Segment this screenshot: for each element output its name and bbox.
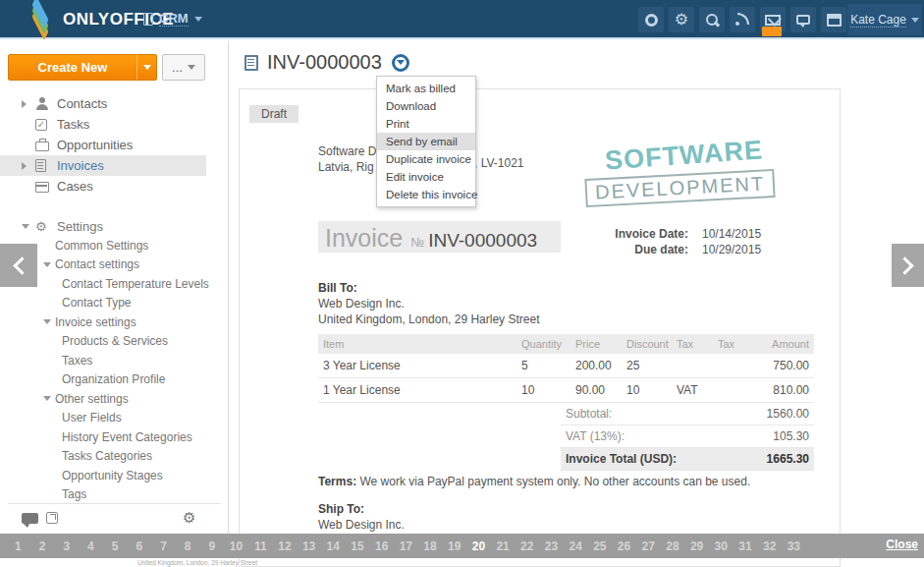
menu-item-send-by-email[interactable]: Send by email: [377, 133, 475, 150]
page-number-13[interactable]: 13: [297, 539, 321, 553]
sidebar-item-settings[interactable]: ⚙ Settings: [0, 217, 229, 235]
page-number-4[interactable]: 4: [79, 539, 103, 553]
settings-item-label: Products & Services: [62, 334, 168, 348]
page-number-19[interactable]: 19: [442, 539, 466, 553]
expand-icon[interactable]: [46, 512, 58, 524]
page-number-23[interactable]: 23: [539, 539, 564, 553]
settings-item-invoice-settings[interactable]: Invoice settings: [0, 312, 229, 332]
close-link[interactable]: Close: [886, 538, 918, 551]
settings-item-taxes[interactable]: Taxes: [0, 351, 229, 370]
page-number-22[interactable]: 22: [515, 539, 539, 553]
invoice-actions-button[interactable]: [392, 54, 409, 72]
page-number-25[interactable]: 25: [588, 539, 613, 553]
totals-value: 1560.00: [767, 407, 809, 421]
page-numbers: 1234567891011121314151617181920212223242…: [6, 539, 806, 553]
page-number-1[interactable]: 1: [6, 539, 30, 553]
page-number-16[interactable]: 16: [369, 539, 394, 553]
menu-item-duplicate-invoice[interactable]: Duplicate invoice: [377, 150, 475, 168]
sidebar-item-contacts[interactable]: Contacts: [0, 93, 229, 114]
settings-item-tags[interactable]: Tags: [0, 485, 229, 505]
menu-item-print[interactable]: Print: [377, 115, 475, 133]
page-number-29[interactable]: 29: [684, 539, 709, 553]
page-number-9[interactable]: 9: [200, 539, 225, 553]
settings-item-label: Invoice settings: [55, 315, 136, 329]
sidebar-item-opportunities[interactable]: Opportunities: [0, 135, 229, 155]
page-number-24[interactable]: 24: [564, 539, 588, 553]
cases-icon: [35, 182, 49, 193]
menu-item-download[interactable]: Download: [377, 97, 475, 115]
mail-icon: [765, 15, 781, 26]
page-number-8[interactable]: 8: [176, 539, 200, 553]
user-name: Kate Cage: [850, 13, 906, 28]
page-title-row: INV-0000003: [245, 51, 409, 74]
page-number-27[interactable]: 27: [636, 539, 661, 553]
page-number-30[interactable]: 30: [709, 539, 734, 553]
sidebar-item-label: Contacts: [57, 96, 107, 111]
gear-icon[interactable]: ⚙: [183, 509, 195, 527]
settings-item-products-services[interactable]: Products & Services: [0, 332, 229, 352]
page-number-10[interactable]: 10: [224, 539, 248, 553]
mail-tile[interactable]: [760, 7, 786, 32]
support-chat-icon[interactable]: [22, 513, 38, 524]
create-new-caret[interactable]: [136, 55, 156, 80]
talk-tile[interactable]: [790, 7, 816, 32]
menu-item-edit-invoice[interactable]: Edit invoice: [377, 168, 475, 186]
page-number-6[interactable]: 6: [127, 539, 151, 553]
product-switcher[interactable]: CRM: [143, 11, 202, 27]
page-number-20[interactable]: 20: [466, 539, 491, 553]
page-number-21[interactable]: 21: [491, 539, 516, 553]
page-number-18[interactable]: 18: [418, 539, 443, 553]
settings-item-user-fields[interactable]: User Fields: [0, 409, 229, 428]
sidebar-item-label: Opportunities: [57, 138, 133, 152]
settings-item-tasks-categories[interactable]: Tasks Categories: [0, 447, 229, 467]
page-number-2[interactable]: 2: [30, 539, 55, 553]
status-tile[interactable]: [638, 7, 664, 32]
page-number-12[interactable]: 12: [273, 539, 298, 553]
settings-item-history-event-categories[interactable]: History Event Categories: [0, 427, 229, 447]
page-number-28[interactable]: 28: [661, 539, 685, 553]
totals-row: Subtotal:1560.00: [561, 403, 814, 425]
table-cell: 90.00: [571, 383, 622, 397]
previous-invoice-button[interactable]: [0, 244, 37, 287]
page-number-3[interactable]: 3: [54, 539, 79, 553]
next-invoice-button[interactable]: [892, 244, 924, 287]
page-number-31[interactable]: 31: [734, 539, 758, 553]
sidebar-item-tasks[interactable]: ✓Tasks: [0, 114, 229, 135]
user-menu[interactable]: Kate Cage: [847, 4, 922, 35]
settings-item-contact-type[interactable]: Contact Type: [0, 294, 229, 313]
settings-item-opportunity-stages[interactable]: Opportunity Stages: [0, 466, 229, 485]
totals-value: 105.30: [773, 429, 809, 443]
more-actions-button[interactable]: ...: [162, 54, 205, 81]
settings-item-label: Opportunity Stages: [62, 469, 163, 482]
calendar-tile[interactable]: [821, 7, 846, 32]
sidebar-item-invoices[interactable]: Invoices: [0, 155, 206, 176]
feed-tile[interactable]: [730, 7, 755, 32]
settings-tile[interactable]: ⚙: [669, 7, 694, 32]
invoice-date-row: Invoice Date: 10/14/2015: [600, 227, 761, 241]
page-number-17[interactable]: 17: [394, 539, 418, 553]
status-badge: Draft: [249, 105, 299, 123]
page-number-33[interactable]: 33: [782, 539, 806, 553]
page-number-26[interactable]: 26: [612, 539, 636, 553]
settings-item-organization-profile[interactable]: Organization Profile: [0, 370, 229, 390]
settings-item-label: Taxes: [62, 354, 92, 368]
page-number-14[interactable]: 14: [321, 539, 346, 553]
create-new-button[interactable]: Create New: [8, 54, 157, 81]
page-number-32[interactable]: 32: [757, 539, 782, 553]
settings-item-other-settings[interactable]: Other settings: [0, 389, 229, 409]
settings-item-label: Contact Temperature Levels: [62, 277, 209, 291]
menu-item-delete-this-invoice[interactable]: Delete this invoice: [377, 186, 475, 203]
ship-to-name: Web Design Inc.: [318, 518, 405, 532]
page-number-11[interactable]: 11: [248, 539, 273, 553]
search-tile[interactable]: [699, 7, 725, 32]
chevron-down-icon: [911, 18, 919, 23]
menu-item-mark-as-billed[interactable]: Mark as billed: [377, 80, 475, 97]
talk-icon: [796, 15, 810, 25]
table-cell: 3 Year License: [318, 359, 516, 372]
page-number-15[interactable]: 15: [346, 539, 370, 553]
page-number-7[interactable]: 7: [151, 539, 176, 553]
ship-to-label: Ship To:: [318, 502, 364, 516]
page-number-5[interactable]: 5: [103, 539, 128, 553]
sidebar-item-cases[interactable]: Cases: [0, 176, 229, 197]
totals-label: Subtotal:: [566, 407, 612, 421]
